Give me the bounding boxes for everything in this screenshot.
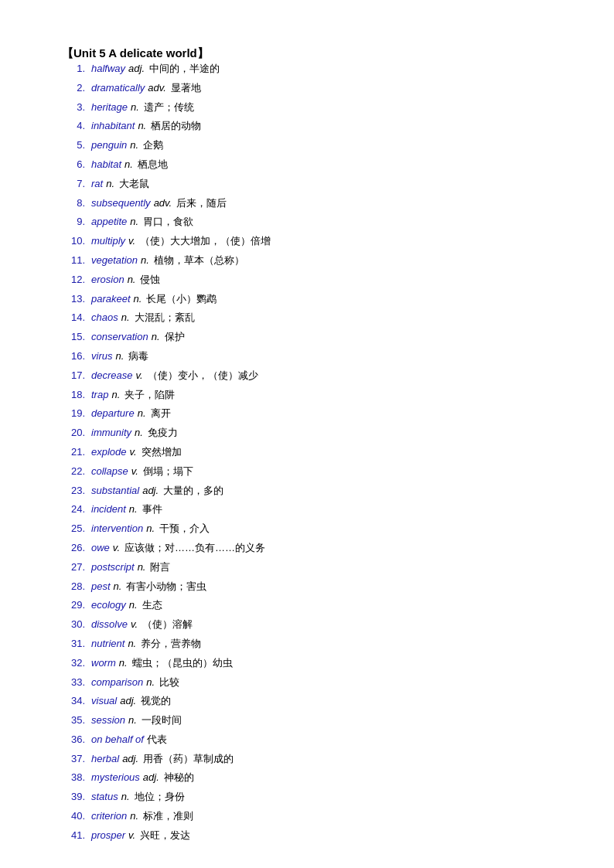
list-item: 38.mysteriousadj.神秘的 xyxy=(62,770,552,786)
vocab-number: 16. xyxy=(62,349,85,365)
list-item: 8.subsequentlyadv.后来，随后 xyxy=(62,196,552,212)
vocab-pos: n. xyxy=(129,502,138,518)
vocab-definition: 蠕虫；（昆虫的）幼虫 xyxy=(132,655,233,672)
vocab-definition: 大量的，多的 xyxy=(163,483,223,499)
vocab-number: 20. xyxy=(62,425,85,441)
vocab-number: 18. xyxy=(62,387,85,403)
vocab-number: 29. xyxy=(62,597,85,614)
list-item: 4.inhabitantn.栖居的动物 xyxy=(62,118,552,134)
vocab-number: 40. xyxy=(62,808,85,825)
vocab-word: owe xyxy=(91,540,110,557)
vocab-number: 35. xyxy=(62,713,85,729)
vocab-word: explode xyxy=(91,444,127,461)
list-item: 5.penguinn.企鹅 xyxy=(62,138,552,154)
vocab-pos: n. xyxy=(106,176,114,192)
vocab-word: on behalf of xyxy=(91,732,144,748)
vocab-number: 32. xyxy=(62,655,85,672)
vocab-word: pest xyxy=(91,579,111,595)
vocab-pos: n. xyxy=(121,310,130,326)
vocab-word: herbal xyxy=(91,751,119,768)
vocab-number: 24. xyxy=(62,502,85,518)
vocab-word: mysterious xyxy=(91,770,140,786)
vocab-definition: 兴旺，发达 xyxy=(140,828,190,844)
vocab-number: 25. xyxy=(62,521,85,537)
vocab-number: 34. xyxy=(62,693,85,710)
vocab-word: ecology xyxy=(91,597,126,614)
vocab-pos: n. xyxy=(130,808,138,825)
vocab-word: worm xyxy=(91,655,116,672)
list-item: 19.departuren.离开 xyxy=(62,406,552,422)
vocab-number: 7. xyxy=(62,176,85,192)
vocab-word: prosper xyxy=(91,828,125,844)
list-item: 32.wormn.蠕虫；（昆虫的）幼虫 xyxy=(62,655,552,672)
vocab-definition: 大混乱；紊乱 xyxy=(135,310,195,326)
vocab-pos: n. xyxy=(146,675,155,691)
vocab-definition: 长尾（小）鹦鹉 xyxy=(146,291,217,308)
list-item: 30.dissolvev.（使）溶解 xyxy=(62,617,552,633)
vocab-number: 1. xyxy=(62,61,85,77)
vocab-definition: 大老鼠 xyxy=(119,176,149,192)
vocab-pos: n. xyxy=(138,560,146,576)
list-item: 11.vegetationn.植物，草本（总称） xyxy=(62,253,552,269)
vocab-word: immunity xyxy=(91,425,131,441)
vocab-definition: 一段时间 xyxy=(142,713,182,729)
vocab-word: dissolve xyxy=(91,617,128,633)
vocab-word: nutrient xyxy=(91,636,125,652)
vocab-number: 39. xyxy=(62,789,85,805)
vocab-list: 1.halfwayadj.中间的，半途的2.dramaticallyadv.显著… xyxy=(62,61,552,844)
vocab-number: 26. xyxy=(62,540,85,557)
list-item: 40.criterionn.标准，准则 xyxy=(62,808,552,825)
list-item: 36.on behalf of代表 xyxy=(62,732,552,748)
vocab-number: 8. xyxy=(62,196,85,212)
vocab-number: 14. xyxy=(62,310,85,326)
vocab-pos: n. xyxy=(125,157,133,173)
list-item: 6.habitatn.栖息地 xyxy=(62,157,552,173)
vocab-definition: 生态 xyxy=(142,597,162,614)
vocab-word: virus xyxy=(91,349,112,365)
list-item: 25.interventionn.干预，介入 xyxy=(62,521,552,537)
vocab-number: 19. xyxy=(62,406,85,422)
list-item: 14.chaosn.大混乱；紊乱 xyxy=(62,310,552,326)
vocab-pos: adj. xyxy=(120,693,136,710)
list-item: 35.sessionn.一段时间 xyxy=(62,713,552,729)
vocab-definition: （使）溶解 xyxy=(142,617,193,633)
vocab-definition: 应该做；对……负有……的义务 xyxy=(125,540,265,557)
vocab-word: chaos xyxy=(91,310,118,326)
vocab-definition: 干预，介入 xyxy=(159,521,210,537)
vocab-number: 9. xyxy=(62,214,85,230)
vocab-pos: n. xyxy=(138,118,146,134)
vocab-definition: 植物，草本（总称） xyxy=(154,253,244,269)
vocab-definition: 有害小动物；害虫 xyxy=(126,579,206,595)
vocab-pos: n. xyxy=(115,349,124,365)
vocab-number: 12. xyxy=(62,272,85,288)
vocab-definition: 保护 xyxy=(165,329,185,345)
vocab-number: 10. xyxy=(62,233,85,250)
vocab-pos: n. xyxy=(114,579,122,595)
list-item: 15.conservationn.保护 xyxy=(62,329,552,345)
vocab-word: subsequently xyxy=(91,196,151,212)
vocab-word: parakeet xyxy=(91,291,131,308)
vocab-number: 2. xyxy=(62,80,85,97)
vocab-definition: 企鹅 xyxy=(143,138,163,154)
vocab-word: heritage xyxy=(91,100,128,116)
vocab-number: 33. xyxy=(62,675,85,691)
vocab-number: 38. xyxy=(62,770,85,786)
vocab-pos: n. xyxy=(119,655,128,672)
vocab-pos: n. xyxy=(141,253,149,269)
list-item: 18.trapn.夹子，陷阱 xyxy=(62,387,552,403)
vocab-number: 6. xyxy=(62,157,85,173)
vocab-word: vegetation xyxy=(91,253,138,269)
vocab-definition: 免疫力 xyxy=(148,425,178,441)
list-item: 41.prosperv.兴旺，发达 xyxy=(62,828,552,844)
vocab-definition: 用香（药）草制成的 xyxy=(143,751,234,768)
vocab-word: incident xyxy=(91,502,126,518)
vocab-word: halfway xyxy=(91,61,125,77)
vocab-word: collapse xyxy=(91,464,128,480)
vocab-word: trap xyxy=(91,387,108,403)
list-item: 7.ratn.大老鼠 xyxy=(62,176,552,192)
vocab-number: 23. xyxy=(62,483,85,499)
vocab-definition: 视觉的 xyxy=(141,693,171,710)
vocab-number: 28. xyxy=(62,579,85,595)
list-item: 33.comparisonn.比较 xyxy=(62,675,552,691)
list-item: 9.appetiten.胃口，食欲 xyxy=(62,214,552,230)
